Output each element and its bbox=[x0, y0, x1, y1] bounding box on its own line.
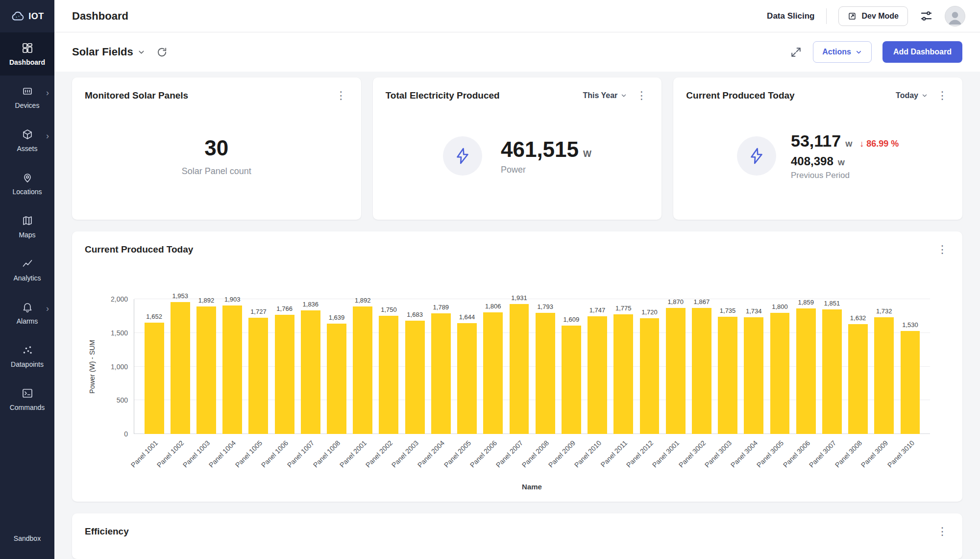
bar[interactable] bbox=[248, 318, 268, 434]
total-power-unit: W bbox=[583, 149, 591, 159]
add-dashboard-button[interactable]: Add Dashboard bbox=[882, 41, 962, 63]
sidebar-item-devices[interactable]: Devices › bbox=[0, 76, 54, 119]
edit-box-icon bbox=[848, 12, 857, 21]
bar[interactable] bbox=[327, 324, 346, 434]
bar[interactable] bbox=[848, 324, 868, 434]
dev-mode-button[interactable]: Dev Mode bbox=[838, 6, 908, 26]
total-power-value: 461,515 bbox=[501, 137, 579, 162]
settings-sliders-icon[interactable] bbox=[920, 9, 933, 23]
bar[interactable] bbox=[510, 304, 529, 434]
bar[interactable] bbox=[796, 308, 816, 434]
bar-value-label: 1,639 bbox=[329, 314, 345, 321]
sidebar-item-assets[interactable]: Assets › bbox=[0, 119, 54, 162]
y-tick-label: 1,500 bbox=[111, 329, 128, 337]
bar-column: 1,793 bbox=[532, 303, 558, 434]
expand-icon[interactable] bbox=[790, 46, 802, 58]
bar[interactable] bbox=[588, 316, 607, 434]
current-power-value: 53,117 bbox=[791, 131, 841, 151]
bar-value-label: 1,750 bbox=[381, 306, 397, 313]
kebab-menu-icon[interactable]: ⋮ bbox=[935, 524, 950, 539]
bar[interactable] bbox=[379, 316, 398, 434]
current-produced-card: Current Produced Today Today ⋮ bbox=[673, 77, 962, 220]
bar[interactable] bbox=[145, 323, 164, 434]
sidebar-item-alarms[interactable]: Alarms › bbox=[0, 291, 54, 334]
kebab-menu-icon[interactable]: ⋮ bbox=[935, 242, 950, 257]
bolt-icon bbox=[443, 136, 482, 176]
assets-icon bbox=[22, 128, 33, 140]
data-slicing-link[interactable]: Data Slicing bbox=[767, 11, 814, 21]
sidebar-item-sandbox[interactable]: Sandbox bbox=[0, 534, 54, 542]
sidebar-item-label: Analytics bbox=[13, 274, 41, 282]
bar-column: 1,720 bbox=[637, 308, 662, 434]
bar[interactable] bbox=[744, 317, 763, 434]
bar[interactable] bbox=[275, 315, 294, 434]
app-logo[interactable]: IOT bbox=[0, 0, 54, 32]
bar[interactable] bbox=[692, 308, 711, 434]
card-title: Current Produced Today bbox=[686, 90, 794, 101]
sidebar: IOT Dashboard Devices › bbox=[0, 0, 54, 559]
bar[interactable] bbox=[483, 312, 503, 434]
bar[interactable] bbox=[666, 308, 686, 434]
bar-value-label: 1,800 bbox=[772, 303, 788, 310]
bar[interactable] bbox=[222, 305, 242, 434]
dashboard-selector[interactable]: Solar Fields bbox=[72, 46, 146, 58]
bar[interactable] bbox=[770, 313, 790, 434]
bar-column: 1,632 bbox=[845, 314, 871, 434]
bar[interactable] bbox=[874, 317, 894, 434]
previous-power-value: 408,398 bbox=[791, 154, 833, 168]
user-avatar[interactable] bbox=[945, 6, 965, 26]
bar-column: 1,732 bbox=[871, 307, 897, 434]
bar[interactable] bbox=[405, 321, 425, 434]
commands-icon bbox=[22, 387, 33, 399]
chevron-right-icon: › bbox=[46, 131, 49, 140]
bar-column: 1,652 bbox=[141, 313, 167, 434]
kebab-menu-icon[interactable]: ⋮ bbox=[634, 88, 649, 103]
bar[interactable] bbox=[901, 331, 920, 434]
bar-column: 1,789 bbox=[428, 304, 454, 434]
kebab-menu-icon[interactable]: ⋮ bbox=[334, 88, 348, 103]
bar[interactable] bbox=[640, 318, 660, 434]
sidebar-item-label: Alarms bbox=[17, 317, 38, 325]
bar[interactable] bbox=[536, 313, 555, 434]
bar[interactable] bbox=[822, 309, 842, 434]
total-power-label: Power bbox=[501, 165, 591, 175]
sidebar-item-commands[interactable]: Commands bbox=[0, 378, 54, 421]
sidebar-item-locations[interactable]: Locations bbox=[0, 162, 54, 205]
bar-value-label: 1,892 bbox=[198, 297, 215, 304]
sidebar-item-maps[interactable]: Maps bbox=[0, 205, 54, 248]
bar[interactable] bbox=[457, 323, 477, 434]
sidebar-item-label: Dashboard bbox=[9, 58, 45, 66]
bar-column: 1,931 bbox=[506, 294, 532, 434]
bar[interactable] bbox=[353, 306, 372, 434]
top-bar: Dashboard Data Slicing Dev Mode bbox=[54, 0, 980, 32]
bar[interactable] bbox=[613, 314, 633, 434]
bar[interactable] bbox=[562, 326, 581, 434]
dashboard-icon bbox=[22, 42, 33, 54]
efficiency-card: Efficiency ⋮ bbox=[72, 513, 962, 559]
panel-count-label: Solar Panel count bbox=[182, 166, 251, 177]
bar-column: 1,867 bbox=[688, 298, 714, 434]
bar-value-label: 1,652 bbox=[146, 313, 162, 320]
sidebar-item-datapoints[interactable]: Datapoints bbox=[0, 334, 54, 378]
actions-button[interactable]: Actions bbox=[813, 41, 872, 63]
bar[interactable] bbox=[196, 306, 216, 434]
range-selector[interactable]: This Year bbox=[583, 91, 627, 100]
efficiency-card-title: Efficiency bbox=[85, 526, 129, 537]
range-selector[interactable]: Today bbox=[896, 91, 928, 100]
kebab-menu-icon[interactable]: ⋮ bbox=[935, 88, 950, 103]
bar-column: 1,836 bbox=[297, 301, 323, 434]
bar-value-label: 1,732 bbox=[876, 307, 892, 315]
sidebar-item-dashboard[interactable]: Dashboard bbox=[0, 32, 54, 76]
bar[interactable] bbox=[301, 310, 320, 434]
bar[interactable] bbox=[431, 313, 451, 434]
refresh-icon[interactable] bbox=[156, 47, 168, 58]
sidebar-item-analytics[interactable]: Analytics bbox=[0, 248, 54, 291]
bar[interactable] bbox=[718, 317, 737, 434]
bar-value-label: 1,806 bbox=[485, 303, 501, 310]
bar-column: 1,734 bbox=[741, 307, 767, 434]
vertical-divider bbox=[826, 8, 827, 24]
bar[interactable] bbox=[171, 302, 190, 434]
bar-value-label: 1,727 bbox=[250, 308, 267, 315]
bar-value-label: 1,632 bbox=[850, 314, 866, 322]
previous-power-unit: W bbox=[838, 158, 845, 167]
